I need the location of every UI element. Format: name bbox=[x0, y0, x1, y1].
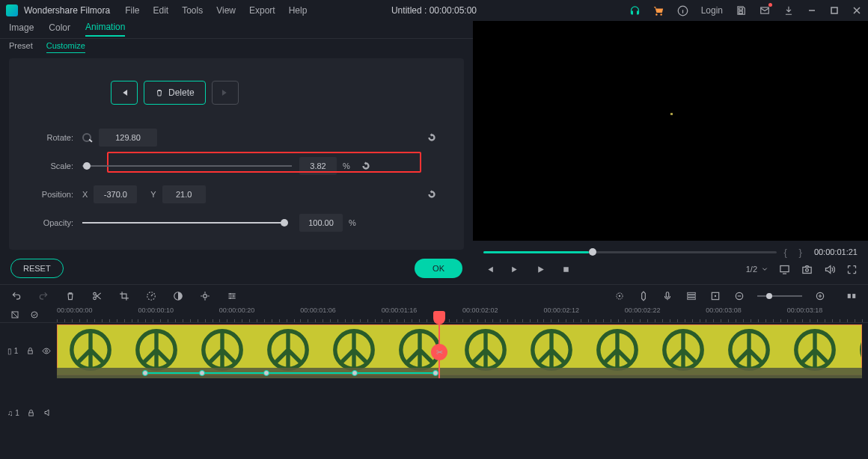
rotate-knob[interactable] bbox=[82, 133, 91, 142]
render-icon[interactable] bbox=[709, 290, 721, 302]
scale-slider[interactable] bbox=[82, 165, 292, 167]
reset-button[interactable]: RESET bbox=[10, 259, 64, 278]
opacity-pct: % bbox=[349, 218, 356, 227]
info-icon[interactable] bbox=[677, 4, 689, 16]
redo-icon[interactable] bbox=[37, 290, 49, 302]
split-icon[interactable] bbox=[91, 290, 103, 302]
ruler-tick: 00:00:02:22 bbox=[625, 306, 706, 322]
keyframe-dot[interactable] bbox=[263, 370, 269, 376]
scale-input[interactable] bbox=[299, 157, 337, 175]
undo-icon[interactable] bbox=[10, 290, 22, 302]
marker-icon[interactable] bbox=[638, 290, 650, 302]
video-track-head: ▯ 1 bbox=[0, 323, 57, 378]
svg-point-27 bbox=[46, 350, 48, 352]
next-frame-icon[interactable] bbox=[509, 263, 521, 275]
keyframe-dot[interactable] bbox=[199, 370, 205, 376]
menu-tools[interactable]: Tools bbox=[182, 5, 203, 16]
menu-export[interactable]: Export bbox=[249, 5, 275, 16]
position-y-input[interactable] bbox=[162, 185, 206, 203]
ruler-tick: 00:00:01:16 bbox=[382, 306, 462, 322]
zoom-slider[interactable] bbox=[757, 295, 802, 297]
keyframe-icon[interactable] bbox=[199, 290, 211, 302]
record-icon[interactable] bbox=[661, 290, 673, 302]
scrub-track[interactable] bbox=[483, 251, 777, 253]
ok-button[interactable]: OK bbox=[415, 259, 462, 278]
zoom-in-icon[interactable] bbox=[814, 290, 826, 302]
menu-view[interactable]: View bbox=[216, 5, 236, 16]
svg-point-19 bbox=[715, 295, 716, 296]
svg-rect-26 bbox=[28, 351, 33, 354]
tab-image[interactable]: Image bbox=[9, 22, 34, 36]
adjust-icon[interactable] bbox=[226, 290, 238, 302]
scrub-thumb[interactable] bbox=[589, 248, 596, 256]
ruler-tick: 00:00:00:00 bbox=[57, 306, 138, 322]
maximize-button[interactable] bbox=[829, 5, 840, 16]
scale-row: Scale: % bbox=[36, 157, 437, 175]
color-icon[interactable] bbox=[172, 290, 184, 302]
lock-icon[interactable] bbox=[25, 345, 34, 357]
scale-reset-icon[interactable] bbox=[361, 161, 371, 171]
next-keyframe-button[interactable] bbox=[212, 81, 239, 105]
menu-file[interactable]: File bbox=[125, 5, 139, 16]
keyframe-dot[interactable] bbox=[352, 370, 358, 376]
display-icon[interactable] bbox=[778, 263, 790, 275]
fullscreen-icon[interactable] bbox=[846, 263, 858, 275]
preview-content bbox=[670, 113, 673, 115]
minimize-button[interactable] bbox=[807, 5, 817, 16]
menu-bar: File Edit Tools View Export Help bbox=[125, 5, 307, 16]
ruler-opt2-icon[interactable] bbox=[28, 309, 40, 321]
download-icon[interactable] bbox=[783, 4, 795, 16]
titlebar: Wondershare Filmora File Edit Tools View… bbox=[0, 0, 868, 21]
fit-icon[interactable] bbox=[846, 290, 858, 302]
opacity-input[interactable] bbox=[299, 214, 343, 232]
preview-timecode: 00:00:01:21 bbox=[814, 247, 858, 256]
keyframe-dot[interactable] bbox=[142, 370, 148, 376]
eye-icon[interactable] bbox=[42, 345, 51, 357]
mixer-icon[interactable] bbox=[614, 290, 626, 302]
keyframe-track[interactable] bbox=[57, 368, 862, 378]
video-track: ▯ 1 ✂ bbox=[0, 323, 868, 378]
play-icon[interactable] bbox=[534, 263, 546, 275]
speed-icon[interactable] bbox=[145, 290, 157, 302]
playhead-handle[interactable] bbox=[433, 311, 445, 324]
menu-edit[interactable]: Edit bbox=[153, 5, 169, 16]
zoom-dropdown[interactable]: 1/2 bbox=[746, 265, 768, 274]
ruler-opt1-icon[interactable] bbox=[9, 309, 21, 321]
position-x-input[interactable] bbox=[94, 185, 137, 203]
audio-lock-icon[interactable] bbox=[27, 407, 36, 419]
scissors-icon[interactable]: ✂ bbox=[431, 344, 447, 360]
delete-keyframe-button[interactable]: Delete bbox=[144, 81, 206, 105]
playhead[interactable]: ✂ bbox=[438, 323, 440, 378]
tab-color[interactable]: Color bbox=[49, 22, 70, 36]
rotate-reset-icon[interactable] bbox=[427, 132, 437, 143]
prev-keyframe-button[interactable] bbox=[111, 81, 138, 105]
preview-controls: { } 00:00:01:21 1/2 bbox=[473, 241, 868, 284]
mail-icon[interactable] bbox=[759, 4, 771, 16]
subtab-preset[interactable]: Preset bbox=[9, 41, 33, 52]
delete-label: Delete bbox=[168, 87, 195, 98]
headset-icon[interactable] bbox=[629, 4, 641, 16]
subtab-customize[interactable]: Customize bbox=[46, 41, 85, 53]
tab-animation[interactable]: Animation bbox=[85, 22, 125, 37]
cart-icon[interactable] bbox=[653, 4, 665, 16]
snapshot-icon[interactable] bbox=[801, 263, 813, 275]
rotate-input[interactable] bbox=[99, 129, 157, 147]
zoom-out-icon[interactable] bbox=[733, 290, 745, 302]
zoom-ratio: 1/2 bbox=[746, 265, 757, 274]
close-button[interactable] bbox=[852, 5, 862, 16]
mute-icon[interactable] bbox=[43, 407, 52, 419]
preview-view[interactable] bbox=[473, 21, 868, 241]
crop-icon[interactable] bbox=[118, 290, 130, 302]
volume-icon[interactable] bbox=[823, 263, 835, 275]
prev-frame-icon[interactable] bbox=[483, 263, 495, 275]
keyframe-dot[interactable] bbox=[433, 370, 438, 376]
opacity-slider[interactable] bbox=[82, 222, 284, 224]
position-reset-icon[interactable] bbox=[427, 189, 437, 200]
login-button[interactable]: Login bbox=[701, 4, 723, 16]
tracks-icon[interactable] bbox=[685, 290, 697, 302]
delete-icon[interactable] bbox=[64, 290, 76, 302]
save-icon[interactable] bbox=[735, 4, 747, 16]
menu-help[interactable]: Help bbox=[289, 5, 308, 16]
stop-icon[interactable] bbox=[560, 263, 572, 275]
ruler-tick: 00:00:03:08 bbox=[706, 306, 786, 322]
